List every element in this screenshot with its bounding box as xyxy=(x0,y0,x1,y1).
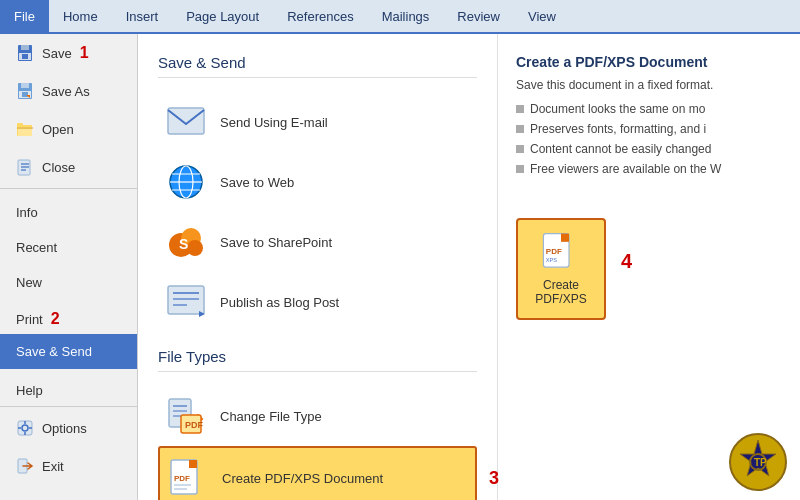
sidebar-item-info[interactable]: Info xyxy=(0,191,137,226)
action-web[interactable]: Save to Web xyxy=(158,152,477,212)
svg-rect-5 xyxy=(21,83,29,88)
options-icon xyxy=(16,419,34,437)
create-pdf-icon: PDFXPS xyxy=(541,232,581,272)
svg-rect-33 xyxy=(168,286,204,314)
tab-insert[interactable]: Insert xyxy=(112,0,173,32)
sidebar-item-open[interactable]: Open xyxy=(0,110,137,148)
step-4-badge: 4 xyxy=(621,250,632,273)
sidebar-item-close[interactable]: Close xyxy=(0,148,137,186)
web-icon xyxy=(166,162,206,202)
svg-rect-23 xyxy=(168,108,204,134)
action-create-pdf-row: PDF Create PDF/XPS Document 3 xyxy=(158,446,477,500)
svg-text:PDF: PDF xyxy=(174,474,190,483)
tab-home[interactable]: Home xyxy=(49,0,112,32)
tab-review[interactable]: Review xyxy=(443,0,514,32)
exit-icon xyxy=(16,457,34,475)
svg-text:PDF: PDF xyxy=(185,420,204,430)
bullet-list: Document looks the same on mo Preserves … xyxy=(516,102,782,176)
content-area: Save & Send Send Using E-mail Save to We… xyxy=(138,34,800,500)
svg-point-31 xyxy=(187,240,203,256)
right-panel-desc: Save this document in a fixed format. xyxy=(516,78,782,92)
save-send-section-title: Save & Send xyxy=(158,54,477,78)
bullet-item-4: Free viewers are available on the W xyxy=(516,162,782,176)
tab-file[interactable]: File xyxy=(0,0,49,32)
bullet-item-2: Preserves fonts, formatting, and i xyxy=(516,122,782,136)
svg-rect-7 xyxy=(22,92,28,97)
close-doc-icon xyxy=(16,158,34,176)
sidebar-item-save-as[interactable]: Save As xyxy=(0,72,137,110)
sidebar-item-new[interactable]: New xyxy=(0,261,137,296)
sharepoint-icon: S xyxy=(166,222,206,262)
middle-panel: Save & Send Send Using E-mail Save to We… xyxy=(138,34,498,500)
step-2-badge: 2 xyxy=(51,310,60,328)
create-pdf-button-label: CreatePDF/XPS xyxy=(535,278,586,306)
svg-text:TP: TP xyxy=(754,457,767,468)
change-type-icon: PDF xyxy=(166,396,206,436)
action-email[interactable]: Send Using E-mail xyxy=(158,92,477,152)
sidebar-item-recent[interactable]: Recent xyxy=(0,226,137,261)
bullet-sq-2 xyxy=(516,125,524,133)
bullet-item-1: Document looks the same on mo xyxy=(516,102,782,116)
ribbon-tabs: File Home Insert Page Layout References … xyxy=(0,0,800,34)
sidebar: Save 1 Save As Open Close Info xyxy=(0,34,138,500)
svg-rect-45 xyxy=(189,460,197,468)
svg-rect-1 xyxy=(21,45,29,50)
svg-rect-9 xyxy=(17,123,23,127)
sidebar-item-exit[interactable]: Exit xyxy=(0,447,137,485)
saveas-icon xyxy=(16,82,34,100)
tab-view[interactable]: View xyxy=(514,0,570,32)
sidebar-item-save-send[interactable]: Save & Send xyxy=(0,334,137,369)
bullet-sq-1 xyxy=(516,105,524,113)
pdf-doc-icon: PDF xyxy=(168,458,208,498)
main-layout: Save 1 Save As Open Close Info xyxy=(0,34,800,500)
create-pdf-button[interactable]: PDFXPS CreatePDF/XPS xyxy=(516,218,606,320)
action-create-pdf[interactable]: PDF Create PDF/XPS Document xyxy=(158,446,477,500)
action-change-type[interactable]: PDF Change File Type xyxy=(158,386,477,446)
bullet-sq-4 xyxy=(516,165,524,173)
sidebar-item-save[interactable]: Save 1 xyxy=(0,34,137,72)
open-icon xyxy=(16,120,34,138)
step-1-badge: 1 xyxy=(80,44,89,62)
sidebar-item-print[interactable]: Print 2 xyxy=(0,296,137,334)
svg-text:S: S xyxy=(179,236,188,252)
svg-text:PDF: PDF xyxy=(546,247,562,256)
sidebar-item-help[interactable]: Help xyxy=(0,369,137,404)
logo-watermark: TP xyxy=(728,432,788,492)
right-panel: Create a PDF/XPS Document Save this docu… xyxy=(498,34,800,500)
blog-icon xyxy=(166,282,206,322)
file-types-section-title: File Types xyxy=(158,348,477,372)
save-icon xyxy=(16,44,34,62)
email-icon xyxy=(166,102,206,142)
svg-rect-3 xyxy=(22,54,28,59)
action-sharepoint[interactable]: S Save to SharePoint xyxy=(158,212,477,272)
bullet-item-3: Content cannot be easily changed xyxy=(516,142,782,156)
tab-mailings[interactable]: Mailings xyxy=(368,0,444,32)
svg-text:XPS: XPS xyxy=(546,257,557,263)
action-blog[interactable]: Publish as Blog Post xyxy=(158,272,477,332)
tab-references[interactable]: References xyxy=(273,0,367,32)
sidebar-divider-1 xyxy=(0,188,137,189)
tab-page-layout[interactable]: Page Layout xyxy=(172,0,273,32)
sidebar-divider-2 xyxy=(0,406,137,407)
svg-rect-50 xyxy=(561,234,569,242)
right-panel-title: Create a PDF/XPS Document xyxy=(516,54,782,70)
sidebar-item-options[interactable]: Options xyxy=(0,409,137,447)
bullet-sq-3 xyxy=(516,145,524,153)
